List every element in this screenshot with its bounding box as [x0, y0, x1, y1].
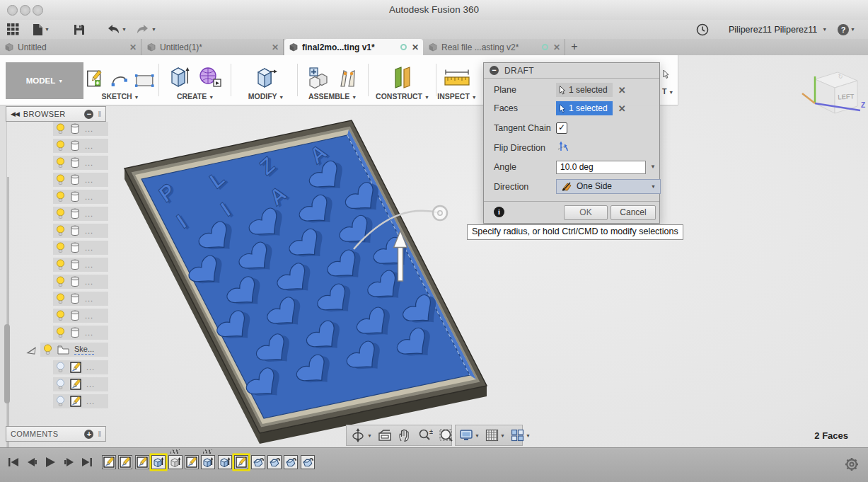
row-menu-button[interactable]: ...: [85, 243, 93, 252]
browser-row[interactable]: ...: [53, 292, 108, 306]
user-account-button[interactable]: Piliperez11 Piliperez11 ▼: [729, 22, 827, 37]
timeline-feature-extrude[interactable]: [218, 455, 232, 469]
group-label-create[interactable]: CREATE ▼: [164, 92, 226, 101]
timeline-feature-sketch[interactable]: [185, 455, 199, 469]
faces-selected-chip[interactable]: 1 selected: [556, 101, 613, 115]
visibility-bulb-icon[interactable]: [56, 379, 65, 390]
visibility-bulb-icon[interactable]: [56, 123, 65, 134]
angle-input[interactable]: 10.0 deg: [556, 161, 646, 174]
play-button[interactable]: [42, 455, 58, 469]
row-menu-button[interactable]: ...: [85, 176, 93, 184]
visibility-bulb-icon[interactable]: [56, 310, 65, 321]
visibility-bulb-icon[interactable]: [56, 293, 65, 304]
visibility-bulb-icon[interactable]: [56, 140, 65, 151]
timeline-feature-extrude[interactable]: [168, 455, 183, 469]
new-tab-button[interactable]: +: [566, 39, 583, 55]
panel-plus-icon[interactable]: +: [84, 430, 93, 439]
row-menu-button[interactable]: ...: [85, 193, 93, 201]
cancel-button[interactable]: Cancel: [611, 205, 656, 220]
tab-untitled-1[interactable]: Untitled(1)* ✕: [142, 39, 284, 55]
timeline-feature-draft[interactable]: [284, 455, 298, 469]
step-back-button[interactable]: [24, 455, 40, 469]
row-menu-button[interactable]: ...: [86, 363, 95, 372]
clear-plane-selection-icon[interactable]: ✕: [618, 85, 626, 96]
visibility-bulb-icon[interactable]: [56, 174, 65, 185]
visibility-bulb-icon[interactable]: [56, 242, 65, 253]
row-menu-button[interactable]: ...: [85, 294, 93, 303]
timeline-feature-extrude[interactable]: [201, 455, 215, 469]
timeline-feature-sketch[interactable]: [118, 455, 132, 469]
go-to-end-button[interactable]: [79, 455, 95, 469]
row-menu-button[interactable]: ...: [85, 277, 93, 286]
press-pull-icon[interactable]: [254, 65, 278, 89]
visibility-bulb-icon[interactable]: [56, 191, 65, 202]
timeline-feature-draft[interactable]: [251, 455, 265, 469]
browser-row[interactable]: ...: [53, 275, 108, 289]
view-cube[interactable]: LEFT ↻ Z: [798, 58, 866, 126]
display-settings-button[interactable]: ▼: [458, 428, 480, 442]
tangent-chain-checkbox[interactable]: ✓: [556, 122, 567, 134]
workspace-selector[interactable]: MODEL ▼: [6, 62, 83, 99]
viewports-button[interactable]: ▼: [510, 428, 531, 442]
create-sketch-icon[interactable]: [86, 68, 104, 89]
row-menu-button[interactable]: ...: [85, 226, 93, 235]
panel-grip-icon[interactable]: ‖: [98, 110, 101, 118]
browser-panel-header[interactable]: ◀◀ BROWSER − ‖: [6, 106, 106, 122]
row-menu-button[interactable]: ...: [85, 328, 93, 337]
go-to-start-button[interactable]: [6, 455, 21, 469]
browser-row[interactable]: ...: [53, 258, 108, 272]
row-menu-button[interactable]: ...: [85, 311, 93, 320]
panel-grip-icon[interactable]: ‖: [98, 430, 101, 438]
direction-select[interactable]: One Side ▼: [556, 179, 661, 193]
redo-button[interactable]: ▼: [136, 22, 156, 37]
visibility-bulb-icon[interactable]: [56, 362, 65, 373]
group-label-construct[interactable]: CONSTRUCT ▼: [371, 92, 434, 101]
file-menu-button[interactable]: ▼: [33, 22, 50, 37]
collapse-panel-icon[interactable]: ◀◀: [11, 110, 19, 117]
browser-row[interactable]: ...: [53, 190, 108, 204]
browser-row[interactable]: ...: [53, 122, 108, 136]
save-button[interactable]: [74, 22, 85, 37]
new-component-icon[interactable]: [307, 67, 331, 89]
timeline-settings-button[interactable]: [844, 457, 860, 475]
group-label-inspect[interactable]: INSPECT ▼: [433, 92, 481, 101]
row-menu-button[interactable]: ...: [85, 142, 93, 150]
close-icon[interactable]: ✕: [129, 42, 137, 52]
create-form-icon[interactable]: [197, 65, 222, 89]
visibility-bulb-icon[interactable]: [56, 396, 65, 407]
browser-row[interactable]: ...: [53, 224, 108, 238]
browser-row[interactable]: ...: [53, 207, 108, 221]
browser-row[interactable]: ...: [53, 394, 108, 408]
clear-faces-selection-icon[interactable]: ✕: [618, 103, 626, 114]
close-icon[interactable]: ✕: [553, 42, 560, 52]
browser-scrollbar[interactable]: [4, 324, 10, 403]
row-menu-button[interactable]: ...: [85, 159, 93, 167]
ok-button[interactable]: OK: [564, 205, 608, 220]
tab-real-file-asting-v2[interactable]: Real file ...asting v2* ✕: [424, 39, 565, 55]
zoom-button[interactable]: ±: [417, 428, 434, 443]
browser-row[interactable]: ...: [53, 241, 108, 255]
browser-row[interactable]: ...: [53, 156, 108, 170]
tab-untitled[interactable]: Untitled ✕: [0, 39, 141, 55]
timeline-feature-extrude[interactable]: [151, 455, 166, 469]
visibility-bulb-icon[interactable]: [43, 344, 52, 355]
measure-icon[interactable]: [443, 68, 471, 89]
close-icon[interactable]: ✕: [272, 42, 279, 52]
timeline-feature-draft[interactable]: [267, 455, 282, 469]
timeline-feature-sketch[interactable]: [135, 455, 149, 469]
visibility-bulb-icon[interactable]: [56, 259, 65, 270]
help-menu-button[interactable]: ? ▼: [838, 22, 855, 37]
undo-button[interactable]: ▼: [106, 22, 127, 37]
construction-plane-icon[interactable]: [390, 65, 415, 89]
sketches-folder-label[interactable]: Ske...: [74, 345, 94, 355]
comments-panel-header[interactable]: COMMENTS + ‖: [6, 426, 106, 442]
new-body-icon[interactable]: [168, 65, 191, 89]
panel-minus-icon[interactable]: −: [84, 110, 93, 119]
browser-row[interactable]: ...: [53, 139, 108, 153]
browser-row[interactable]: ...: [53, 360, 108, 374]
timeline-feature-sketch[interactable]: [234, 455, 248, 469]
visibility-bulb-icon[interactable]: [56, 157, 65, 168]
flip-direction-icon[interactable]: [556, 139, 570, 154]
group-label-modify[interactable]: MODIFY ▼: [236, 92, 296, 101]
timeline-feature-draft[interactable]: [301, 455, 315, 469]
